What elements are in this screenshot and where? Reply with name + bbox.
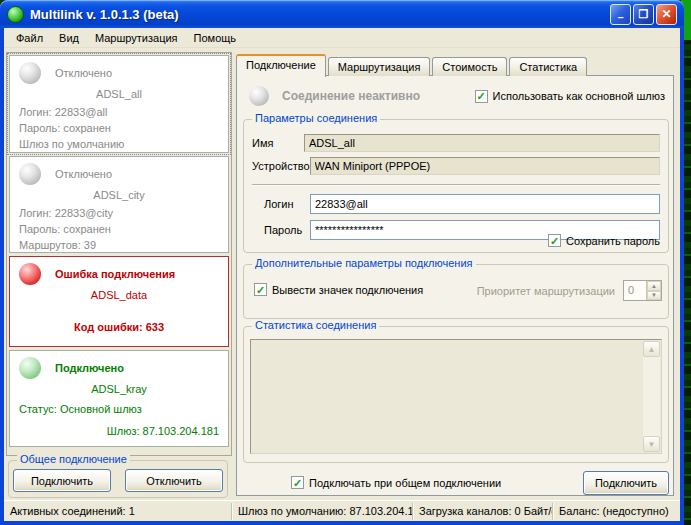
routing-priority-label: Приоритет маршрутизации — [477, 285, 615, 297]
connection-gateway-ip: Шлюз: 87.103.204.181 — [19, 423, 219, 439]
connection-params-group: Параметры соединения Имя Устройство — [243, 119, 669, 253]
login-input[interactable] — [310, 194, 660, 214]
connection-stats-title: Статистика соединения — [252, 319, 379, 331]
device-label: Устройство — [252, 160, 310, 172]
connection-login: Логин: 22833@city — [19, 205, 219, 221]
minimize-button[interactable]: – — [610, 4, 631, 25]
divider — [252, 184, 660, 186]
status-sphere-gray-icon — [19, 62, 41, 84]
connection-name: ADSL_all — [19, 88, 219, 100]
menu-bar: Файл Вид Маршрутизация Помощь — [4, 28, 680, 48]
window-body: Файл Вид Маршрутизация Помощь Отключено … — [4, 28, 680, 521]
connect-on-common-label: Подключать при общем подключении — [309, 477, 501, 489]
device-field — [310, 157, 660, 175]
connect-all-button[interactable]: Подключить — [13, 469, 111, 492]
tab-connection[interactable]: Подключение — [236, 54, 326, 77]
menu-help[interactable]: Помощь — [186, 30, 245, 46]
connection-status: Отключено — [55, 168, 112, 180]
connection-password: Пароль: сохранен — [19, 120, 219, 136]
tab-statistics[interactable]: Статистика — [509, 57, 587, 76]
connect-on-common-checkbox[interactable]: ✓ Подключать при общем подключении — [291, 476, 501, 489]
connection-gateway-note: Шлюз по умолчанию — [19, 136, 219, 152]
status-bar: Активных соединений: 1 Шлюз по умолчанию… — [4, 500, 680, 521]
status-sphere-red-icon — [19, 263, 41, 285]
statusbar-channel-load: Загрузка каналов: 0 Байт/с — [413, 503, 553, 520]
tab-cost[interactable]: Стоимость — [432, 57, 507, 76]
connection-name: ADSL_kray — [19, 383, 219, 395]
connection-status: Ошибка подключения — [55, 268, 175, 280]
routing-priority-value: 0 — [624, 281, 646, 300]
use-as-gateway-checkbox[interactable]: ✓ Использовать как основной шлюз — [475, 90, 665, 103]
maximize-button[interactable]: ❒ — [633, 4, 654, 25]
extra-params-title: Дополнительные параметры подключения — [252, 257, 476, 269]
title-bar[interactable]: Multilink v. 1.0.1.3 (beta) – ❒ ✕ — [0, 0, 684, 28]
connection-card-adsl-city[interactable]: Отключено ADSL_city Логин: 22833@city Па… — [9, 156, 229, 253]
connection-params-title: Параметры соединения — [252, 112, 380, 124]
error-code: Код ошибки: 633 — [19, 319, 219, 335]
minimize-icon: – — [617, 11, 623, 23]
use-as-gateway-label: Использовать как основной шлюз — [493, 90, 665, 102]
connection-name: ADSL_data — [19, 289, 219, 301]
save-password-checkbox[interactable]: ✓ Сохранить пароль — [548, 234, 660, 247]
menu-routing[interactable]: Маршрутизация — [87, 30, 186, 46]
connection-list: Отключено ADSL_all Логин: 22833@all Паро… — [6, 52, 232, 456]
statusbar-default-gateway: Шлюз по умолчанию: 87.103.204.181 — [232, 503, 413, 520]
show-tray-icon-label: Вывести значек подключения — [272, 284, 423, 296]
connection-tab-page: Соединение неактивно ✓ Использовать как … — [236, 75, 674, 496]
main-area: Отключено ADSL_all Логин: 22833@all Паро… — [4, 48, 680, 500]
arrow-up-icon: ▲ — [651, 283, 657, 289]
name-label: Имя — [252, 137, 304, 149]
desktop-background: Multilink v. 1.0.1.3 (beta) – ❒ ✕ Файл В… — [0, 0, 691, 525]
checkmark-icon: ✓ — [254, 283, 267, 296]
spinner-down-button[interactable]: ▼ — [647, 291, 661, 301]
arrow-down-icon: ▼ — [651, 292, 657, 298]
connection-status: Отключено — [55, 67, 112, 79]
multilink-window: Multilink v. 1.0.1.3 (beta) – ❒ ✕ Файл В… — [0, 0, 684, 525]
scroll-down-button[interactable]: ▼ — [643, 436, 660, 452]
connection-status: Подключено — [55, 362, 124, 374]
app-icon — [7, 6, 24, 23]
close-icon: ✕ — [661, 7, 671, 21]
connection-routes: Маршрутов: 39 — [19, 237, 219, 253]
save-password-label: Сохранить пароль — [566, 235, 660, 247]
common-connection-group-title: Общее подключение — [17, 453, 130, 465]
statusbar-active-connections: Активных соединений: 1 — [4, 503, 232, 520]
login-label: Логин — [264, 198, 310, 210]
common-connection-group: Общее подключение Подключить Отключить — [8, 460, 228, 498]
spinner-up-button[interactable]: ▲ — [647, 281, 661, 291]
routing-priority-spinner: 0 ▲ ▼ — [623, 280, 662, 301]
status-sphere-green-icon — [19, 357, 41, 379]
tab-bar: Подключение Маршрутизация Стоимость Стат… — [236, 55, 589, 76]
connection-card-adsl-all[interactable]: Отключено ADSL_all Логин: 22833@all Паро… — [9, 55, 229, 153]
window-title: Multilink v. 1.0.1.3 (beta) — [30, 7, 604, 22]
connection-card-adsl-kray[interactable]: Подключено ADSL_kray Статус: Основной шл… — [9, 350, 229, 447]
status-sphere-gray-icon — [19, 163, 41, 185]
connection-state-sphere-icon — [249, 86, 269, 106]
connect-button[interactable]: Подключить — [583, 471, 669, 495]
arrow-down-icon: ▼ — [648, 440, 656, 449]
tab-control: Подключение Маршрутизация Стоимость Стат… — [236, 52, 676, 496]
scroll-up-button[interactable]: ▲ — [643, 341, 660, 357]
show-tray-icon-checkbox[interactable]: ✓ Вывести значек подключения — [254, 283, 423, 296]
extra-params-group: Дополнительные параметры подключения ✓ В… — [243, 264, 669, 319]
connection-gateway-status: Статус: Основной шлюз — [19, 401, 219, 417]
menu-view[interactable]: Вид — [51, 30, 87, 46]
disconnect-all-button[interactable]: Отключить — [125, 469, 223, 492]
password-label: Пароль — [264, 224, 310, 236]
connection-card-adsl-data[interactable]: Ошибка подключения ADSL_data Код ошибки:… — [9, 256, 229, 347]
connection-login: Логин: 22833@all — [19, 104, 219, 120]
name-field — [304, 134, 660, 152]
connection-state-text: Соединение неактивно — [282, 89, 462, 103]
checkmark-icon: ✓ — [291, 476, 304, 489]
close-button[interactable]: ✕ — [656, 4, 677, 25]
checkmark-icon: ✓ — [475, 90, 488, 103]
tab-bottom-row: ✓ Подключать при общем подключении Подкл… — [237, 470, 673, 500]
tab-routing[interactable]: Маршрутизация — [328, 57, 431, 76]
maximize-icon: ❒ — [639, 8, 649, 21]
statusbar-balance: Баланс: (недоступно) — [553, 503, 680, 520]
arrow-up-icon: ▲ — [648, 345, 656, 354]
stats-scrollbar[interactable]: ▲ ▼ — [643, 341, 660, 452]
connection-password: Пароль: сохранен — [19, 221, 219, 237]
connection-name: ADSL_city — [19, 189, 219, 201]
menu-file[interactable]: Файл — [8, 30, 51, 46]
